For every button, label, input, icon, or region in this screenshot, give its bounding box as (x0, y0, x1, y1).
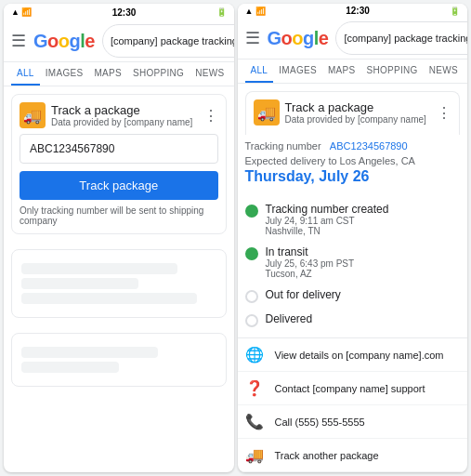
left-truck-icon: 🚚 (20, 102, 46, 128)
right-tab-shopping[interactable]: SHOPPING (360, 60, 423, 83)
timeline-dot-2 (245, 290, 258, 303)
left-status-bar: ▲ 📶 12:30 🔋 (4, 4, 234, 20)
left-card-header: 🚚 Track a package Data provided by [comp… (20, 102, 218, 128)
left-google-logo: Google (33, 31, 95, 52)
left-card-title-row: 🚚 Track a package Data provided by [comp… (20, 102, 192, 128)
action-label-contact: Contact [company name] support (275, 383, 425, 394)
left-header: ☰ Google [company] package tracking 🎤 🔍 (4, 20, 234, 62)
timeline-item-3: Delivered (245, 308, 461, 332)
action-item-track-another[interactable]: 🚚 Track another package (238, 439, 468, 472)
right-google-logo: Google (268, 28, 329, 49)
right-header: ☰ Google 🎤 🔍 (238, 18, 468, 60)
right-action-list: 🌐 View details on [company name].com ❓ C… (238, 337, 468, 472)
right-tabs: ALL IMAGES MAPS SHOPPING NEWS (238, 60, 468, 84)
timeline-dot-3 (245, 314, 258, 327)
left-more-icon[interactable]: ⋮ (203, 107, 218, 125)
timeline-text-0: Tracking number created July 24, 9:11 am… (266, 203, 389, 236)
right-tab-all[interactable]: ALL (245, 60, 274, 83)
timeline-title-0: Tracking number created (266, 203, 389, 216)
globe-icon: 🌐 (245, 346, 264, 364)
left-card-subtitle: Data provided by [company name] (51, 117, 192, 127)
left-card-titles: Track a package Data provided by [compan… (51, 103, 192, 127)
left-signal-icons: ▲ 📶 (11, 7, 32, 17)
right-tracking-number-value[interactable]: ABC1234567890 (330, 140, 408, 152)
timeline-item-2: Out for delivery (245, 284, 461, 308)
left-track-card: 🚚 Track a package Data provided by [comp… (11, 94, 227, 234)
right-time: 12:30 (346, 6, 370, 16)
left-tab-maps[interactable]: MAPS (88, 62, 127, 86)
left-panel: ▲ 📶 12:30 🔋 ☰ Google [company] package t… (4, 4, 234, 472)
right-tab-images[interactable]: IMAGES (273, 60, 322, 83)
right-more-icon[interactable]: ⋮ (437, 104, 451, 122)
left-tab-images[interactable]: IMAGES (40, 62, 89, 86)
right-tab-maps[interactable]: MAPS (322, 60, 361, 83)
right-signal-icons: ▲ 📶 (245, 7, 266, 16)
right-hamburger-icon[interactable]: ☰ (245, 28, 260, 48)
left-tab-news[interactable]: NEWS (190, 62, 229, 86)
action-label-track-another: Track another package (275, 450, 379, 461)
timeline-item-1: In transit July 25, 6:43 pm PSTTucson, A… (245, 241, 461, 284)
left-tracking-input[interactable] (20, 134, 218, 164)
action-label-call: Call (555) 555-5555 (275, 416, 365, 428)
timeline-text-3: Delivered (266, 312, 313, 325)
right-card-title-row: 🚚 Track a package Data provided by [comp… (254, 99, 426, 126)
right-battery-icon: 🔋 (450, 7, 460, 16)
left-tab-shopping[interactable]: SHOPPING (127, 62, 190, 86)
left-time: 12:30 (112, 7, 137, 18)
timeline-item-0: Tracking number created July 24, 9:11 am… (245, 198, 461, 241)
timeline-title-1: In transit (266, 245, 355, 258)
right-truck-icon: 🚚 (254, 99, 280, 126)
action-item-contact[interactable]: ❓ Contact [company name] support (238, 372, 468, 405)
right-search-input[interactable] (344, 33, 467, 44)
right-timeline: Tracking number created July 24, 9:11 am… (245, 198, 461, 332)
left-disclaimer: Only tracking number will be sent to shi… (20, 205, 218, 226)
timeline-dot-1 (245, 247, 258, 260)
action-item-call[interactable]: 📞 Call (555) 555-5555 (238, 405, 468, 439)
app-container: ▲ 📶 12:30 🔋 ☰ Google [company] package t… (0, 0, 471, 476)
right-delivery-label: Expected delivery to Los Angeles, CA (245, 155, 461, 166)
left-hamburger-icon[interactable]: ☰ (11, 31, 26, 51)
right-track-card-header: 🚚 Track a package Data provided by [comp… (245, 91, 461, 135)
left-track-button[interactable]: Track package (20, 171, 218, 200)
left-skeleton-1 (11, 249, 227, 318)
left-search-bar[interactable]: [company] package tracking 🎤 🔍 (102, 24, 234, 58)
left-card-title: Track a package (51, 103, 192, 117)
right-tracking-number-label: Tracking number (245, 140, 321, 152)
right-tracking-number-row: Tracking number ABC1234567890 (245, 140, 461, 152)
action-label-view-details: View details on [company name].com (275, 350, 444, 361)
right-panel: ▲ 📶 12:30 🔋 ☰ Google 🎤 🔍 ALL IMAGES MAPS… (238, 4, 468, 472)
left-skeleton-2 (11, 333, 227, 387)
timeline-subtitle-1: July 25, 6:43 pm PSTTucson, AZ (266, 258, 355, 279)
left-search-input[interactable]: [company] package tracking (111, 35, 234, 46)
right-delivery-date: Thursday, July 26 (245, 168, 461, 185)
right-card-header: 🚚 Track a package Data provided by [comp… (254, 99, 452, 126)
right-status-bar: ▲ 📶 12:30 🔋 (238, 4, 468, 18)
phone-icon: 📞 (245, 413, 264, 430)
right-tab-news[interactable]: NEWS (424, 60, 464, 83)
timeline-dot-0 (245, 205, 258, 218)
timeline-title-2: Out for delivery (266, 288, 341, 301)
timeline-text-2: Out for delivery (266, 288, 341, 301)
timeline-subtitle-0: July 24, 9:11 am CSTNashville, TN (266, 216, 389, 236)
right-search-bar[interactable]: 🎤 🔍 (335, 21, 467, 55)
truck-action-icon: 🚚 (245, 446, 264, 464)
right-tracking-info: Tracking number ABC1234567890 Expected d… (245, 140, 461, 192)
help-icon: ❓ (245, 379, 264, 397)
left-tab-all[interactable]: ALL (11, 62, 40, 86)
timeline-title-3: Delivered (266, 312, 313, 325)
left-battery-icon: 🔋 (216, 7, 227, 17)
right-card-title: Track a package (285, 100, 426, 114)
right-card-subtitle: Data provided by [company name] (285, 114, 426, 125)
timeline-text-1: In transit July 25, 6:43 pm PSTTucson, A… (266, 245, 355, 279)
left-tabs: ALL IMAGES MAPS SHOPPING NEWS (4, 62, 234, 86)
action-item-view-details[interactable]: 🌐 View details on [company name].com (238, 338, 468, 372)
right-card-titles: Track a package Data provided by [compan… (285, 100, 426, 125)
